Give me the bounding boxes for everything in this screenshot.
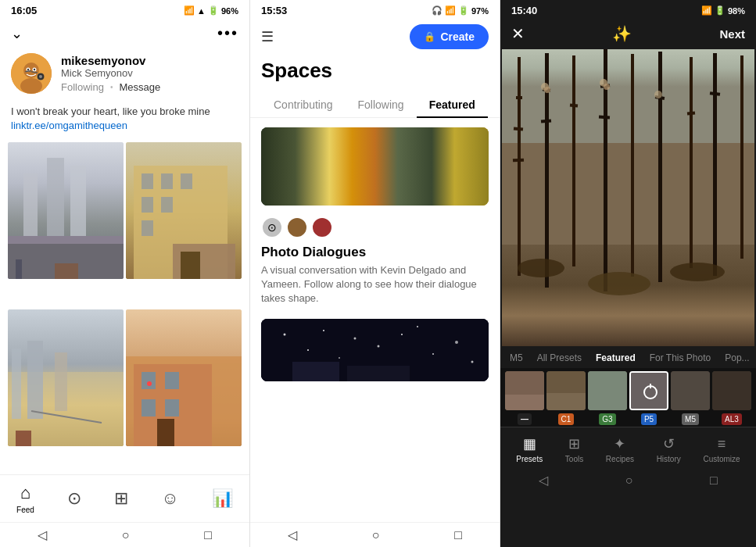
filter-label-default[interactable]: — — [505, 415, 544, 424]
avatar-3 — [311, 216, 333, 238]
menu-lines-icon[interactable]: ☰ — [261, 28, 274, 45]
space-card-2[interactable] — [250, 319, 500, 381]
status-bar-1: 16:05 📶 ▲ 🔋 96% — [0, 0, 249, 21]
svg-point-55 — [401, 334, 403, 335]
filter-label-c1[interactable]: C1 — [546, 415, 586, 424]
close-icon[interactable]: ✕ — [511, 24, 525, 43]
svg-rect-100 — [712, 371, 751, 410]
feed-label: Feed — [16, 506, 34, 514]
svg-rect-58 — [292, 362, 339, 381]
filter-thumb-2[interactable] — [546, 371, 586, 410]
svg-point-52 — [307, 349, 309, 351]
back-btn-3[interactable]: ◁ — [539, 473, 548, 488]
svg-rect-25 — [161, 197, 173, 213]
crop-icon[interactable]: ⊞ — [114, 488, 128, 509]
tool-customize[interactable]: ≡ Customize — [703, 436, 740, 463]
more-options-icon[interactable]: ••• — [217, 24, 238, 42]
svg-point-54 — [432, 353, 434, 355]
svg-rect-15 — [70, 166, 86, 236]
real-name: Mick Semyonov — [61, 67, 160, 79]
photo-street2[interactable] — [8, 309, 124, 446]
tool-presets[interactable]: ▦ Presets — [516, 435, 543, 463]
status-icons-2: 🎧 📶 🔋 97% — [432, 5, 489, 16]
recents-btn-3[interactable]: □ — [710, 474, 718, 488]
filter-label-g3[interactable]: G3 — [588, 415, 627, 424]
filter-tab-all[interactable]: All Presets — [534, 351, 585, 365]
home-btn-3[interactable]: ○ — [625, 474, 633, 488]
filter-tab-pop[interactable]: Pop... — [722, 351, 752, 365]
create-button[interactable]: 🔒 Create — [410, 24, 489, 49]
create-label: Create — [440, 30, 475, 43]
tab-featured[interactable]: Featured — [417, 92, 488, 117]
svg-point-87 — [544, 87, 550, 93]
svg-point-56 — [339, 357, 340, 359]
svg-rect-13 — [23, 173, 38, 236]
svg-point-10 — [39, 75, 42, 78]
home-btn-2[interactable]: ○ — [372, 528, 380, 542]
nav-feed[interactable]: ⌂ Feed — [16, 483, 34, 514]
tool-tools[interactable]: ⊞ Tools — [565, 435, 583, 463]
filter-thumbnails — [500, 368, 756, 413]
spaces-title: Spaces — [250, 55, 500, 92]
recents-btn-2[interactable]: □ — [454, 528, 462, 542]
photo-grid — [0, 136, 249, 474]
svg-rect-70 — [572, 55, 575, 266]
avatar-2 — [286, 216, 308, 238]
filter-thumb-5[interactable] — [671, 371, 710, 410]
status-bar-2: 15:53 🎧 📶 🔋 97% — [250, 0, 500, 21]
back-btn-1[interactable]: ◁ — [38, 527, 47, 542]
filter-tab-featured[interactable]: Featured — [593, 351, 639, 365]
filter-label-p5[interactable]: P5 — [629, 415, 668, 424]
presets-icon: ▦ — [523, 435, 536, 452]
filter-label-al3[interactable]: AL3 — [712, 415, 751, 424]
filter-thumb-4-active[interactable] — [629, 371, 668, 410]
search-icon-1[interactable]: ⊙ — [67, 488, 81, 509]
svg-point-83 — [518, 259, 564, 277]
filter-thumb-3[interactable] — [588, 371, 627, 410]
svg-rect-24 — [142, 197, 153, 213]
svg-point-5 — [27, 69, 29, 70]
svg-rect-43 — [157, 419, 174, 446]
top-nav-1: ⌄ ••• — [0, 21, 249, 48]
svg-rect-28 — [181, 252, 200, 279]
panel3-topbar: ✕ ✨ Next — [500, 21, 756, 49]
space-card-1[interactable]: ⊙ Photo Dialogues A visual conversation … — [250, 127, 500, 313]
filter-tab-m5[interactable]: M5 — [507, 351, 526, 365]
recents-btn-1[interactable]: □ — [204, 528, 212, 542]
profile-info: mikesemyonov Mick Semyonov Following • M… — [61, 54, 160, 93]
username[interactable]: mikesemyonov — [61, 54, 160, 67]
chevron-down-icon[interactable]: ⌄ — [11, 25, 23, 42]
photo-building[interactable] — [126, 142, 242, 279]
tool-history[interactable]: ↺ History — [657, 435, 681, 463]
filter-thumb-1[interactable] — [505, 371, 544, 410]
bio-section: I won't break your heart, like you broke… — [0, 98, 249, 136]
time-1: 16:05 — [11, 5, 37, 16]
filter-label-m5[interactable]: M5 — [671, 415, 710, 424]
message-label[interactable]: Message — [119, 81, 160, 93]
svg-point-49 — [354, 337, 357, 339]
filter-thumb-6[interactable] — [712, 371, 751, 410]
avatar[interactable] — [11, 53, 52, 94]
back-btn-2[interactable]: ◁ — [288, 527, 297, 542]
svg-rect-18 — [55, 263, 78, 279]
photo-building2[interactable] — [126, 309, 242, 446]
photo-urban-street[interactable] — [8, 142, 124, 279]
filter-tab-forthis[interactable]: For This Photo — [647, 351, 714, 365]
bio-link[interactable]: linktr.ee/omgamithequeen — [11, 120, 127, 131]
next-button[interactable]: Next — [719, 27, 745, 41]
svg-rect-14 — [47, 158, 64, 236]
svg-rect-45 — [261, 127, 489, 206]
svg-point-90 — [654, 91, 662, 98]
wifi-icon-2: 📶 — [445, 5, 456, 16]
emoji-icon[interactable]: ☺ — [161, 488, 178, 509]
wifi-icon: 📶 — [184, 5, 195, 16]
tab-contributing[interactable]: Contributing — [261, 92, 346, 117]
tool-recipes[interactable]: ✦ Recipes — [606, 435, 634, 463]
wand-icon[interactable]: ✨ — [612, 24, 632, 43]
spaces-content: ⊙ Photo Dialogues A visual conversation … — [250, 118, 500, 522]
home-btn-1[interactable]: ○ — [122, 528, 130, 542]
signal-icon: ▲ — [197, 6, 206, 16]
tab-following[interactable]: Following — [346, 92, 417, 117]
following-label[interactable]: Following — [61, 81, 104, 93]
stats-icon[interactable]: 📊 — [212, 488, 233, 509]
